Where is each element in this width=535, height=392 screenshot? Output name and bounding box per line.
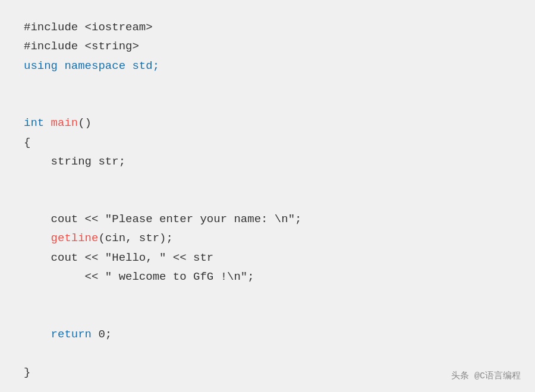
- line-getline: getline(cin, str);: [24, 229, 511, 248]
- watermark: 头条 @C语言编程: [451, 370, 521, 381]
- line-using: using namespace std;: [24, 56, 511, 75]
- line-return: return 0;: [24, 325, 511, 344]
- line-empty7: [24, 344, 511, 363]
- line-cout2: cout << "Hello, " << str: [24, 248, 511, 267]
- code-block: #include <iostream> #include <string> us…: [24, 18, 511, 382]
- code-container: #include <iostream> #include <string> us…: [0, 0, 535, 392]
- using-namespace: using namespace std;: [24, 59, 159, 72]
- main-function: main: [51, 116, 78, 129]
- line-main-decl: int main(): [24, 113, 511, 132]
- line-string-decl: string str;: [24, 152, 511, 171]
- line-empty5: [24, 286, 511, 305]
- line-empty3: [24, 171, 511, 190]
- line-empty6: [24, 305, 511, 324]
- line-cout3: << " welcome to GfG !\n";: [24, 267, 511, 286]
- line-close-brace: }: [24, 363, 511, 382]
- line-empty4: [24, 191, 511, 210]
- return-keyword: return: [51, 328, 92, 341]
- int-keyword: int: [24, 116, 51, 129]
- line-include-string: #include <string>: [24, 37, 511, 56]
- include-string: #include <string>: [24, 40, 139, 53]
- main-parens: (): [78, 116, 92, 129]
- line-open-brace: {: [24, 133, 511, 152]
- line-cout1: cout << "Please enter your name: \n";: [24, 210, 511, 229]
- line-include-iostream: #include <iostream>: [24, 18, 511, 37]
- line-empty1: [24, 75, 511, 94]
- line-empty2: [24, 94, 511, 113]
- getline-function: getline: [51, 232, 99, 245]
- include-iostream: #include <iostream>: [24, 21, 153, 34]
